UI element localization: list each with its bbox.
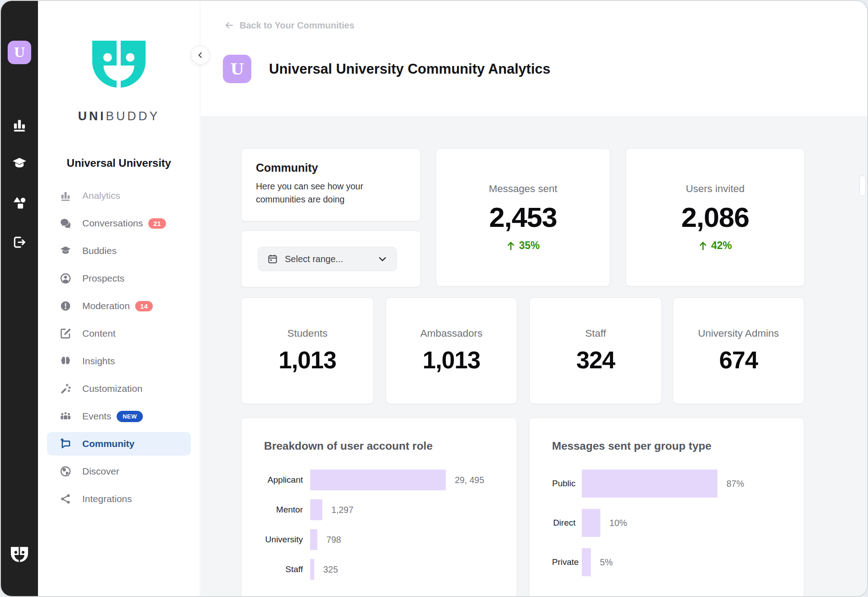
date-range-card: Select range... [241, 230, 421, 287]
sidebar-nav: Analytics Conversations 21 Buddies Prosp… [47, 184, 191, 515]
staff-count-card: Staff 324 [529, 297, 662, 404]
chart-category: Direct [552, 518, 582, 528]
shapes-icon[interactable] [12, 195, 27, 211]
back-link-label: Back to Your Communities [240, 20, 354, 31]
sidebar-item-label: Discover [82, 466, 119, 477]
chart-row: Direct 10% [552, 509, 781, 537]
sidebar-item-events[interactable]: Events NEW [47, 404, 191, 428]
university-admins-count-card: University Admins 674 [673, 297, 804, 404]
kpi-change-value: 35% [519, 240, 540, 252]
ambassadors-count-card: Ambassadors 1,013 [386, 297, 517, 404]
community-intro-card: Community Here you can see how your comm… [241, 148, 421, 221]
chart-rows: Applicant 29, 495 Mentor 1,297 Universit… [264, 470, 494, 580]
brand-wordmark-bold: UNI [78, 109, 106, 123]
unibuddy-logo-small [11, 547, 28, 562]
sidebar-item-label: Conversations [82, 218, 143, 229]
kpi-label: Messages sent [489, 183, 557, 195]
conversations-icon [60, 217, 71, 229]
sidebar-item-label: Analytics [82, 190, 120, 201]
workspace-rail: U [1, 1, 38, 596]
people-group-icon [60, 410, 71, 422]
bar-staff [310, 559, 314, 580]
sidebar-item-label: Community [82, 438, 135, 449]
chart-value: 5% [600, 557, 613, 568]
count-label: Ambassadors [420, 328, 483, 339]
sidebar-item-content[interactable]: Content [47, 322, 191, 345]
sidebar-item-integrations[interactable]: Integrations [47, 487, 191, 511]
count-value: 1,013 [278, 346, 336, 374]
events-new-badge: NEW [117, 411, 143, 422]
count-label: Students [288, 328, 328, 339]
chart-row: Private 5% [552, 548, 781, 576]
date-range-value: Select range... [285, 254, 343, 264]
rail-org-avatar[interactable]: U [8, 41, 31, 64]
bar-public [582, 470, 717, 498]
messages-per-group-type-chart: Messages sent per group type Public 87% … [529, 418, 804, 597]
chart-row: Staff 325 [264, 559, 494, 580]
sidebar-item-conversations[interactable]: Conversations 21 [47, 212, 191, 235]
sidebar-item-label: Customization [82, 383, 142, 394]
count-value: 674 [719, 346, 758, 374]
chat-plus-icon [60, 438, 71, 450]
brand-wordmark: UNIBUDDY [38, 109, 200, 123]
sidebar-collapse-button[interactable] [191, 46, 210, 65]
kpi-value: 2,453 [489, 201, 557, 233]
chart-row: University 798 [264, 529, 494, 550]
chart-category: University [264, 535, 310, 545]
sidebar-item-moderation[interactable]: Moderation 14 [47, 294, 191, 318]
bar-university [310, 529, 317, 550]
back-to-communities-link[interactable]: Back to Your Communities [224, 20, 354, 31]
count-label: University Admins [698, 328, 779, 339]
moderation-count-badge: 14 [135, 301, 153, 311]
kpi-value: 2,086 [681, 201, 749, 233]
intro-title: Community [256, 161, 406, 174]
scrollbar-thumb[interactable] [859, 175, 866, 196]
chart-value: 87% [726, 479, 744, 489]
chart-category: Private [552, 557, 582, 567]
sidebar-item-discover[interactable]: Discover [47, 460, 191, 483]
user-account-role-chart: Breakdown of user account role Applicant… [241, 418, 517, 597]
analytics-icon [60, 190, 71, 202]
chart-rows: Public 87% Direct 10% Private 5% [552, 470, 781, 576]
sidebar-item-buddies[interactable]: Buddies [47, 239, 191, 263]
brand-wordmark-light: BUDDY [106, 109, 160, 123]
conversations-count-badge: 21 [148, 218, 166, 229]
chart-value: 10% [609, 518, 627, 528]
users-invited-card: Users invited 2,086 42% [626, 148, 805, 287]
sidebar-item-label: Events [82, 411, 111, 422]
kpi-change-value: 42% [711, 240, 732, 252]
chart-category: Applicant [264, 475, 310, 485]
sidebar-item-prospects[interactable]: Prospects [47, 267, 191, 290]
sidebar-item-insights[interactable]: Insights [47, 349, 191, 373]
main-header: Back to Your Communities U Universal Uni… [201, 1, 867, 117]
sidebar-item-label: Prospects [82, 273, 124, 284]
magic-wand-icon [60, 383, 71, 395]
messages-sent-card: Messages sent 2,453 35% [436, 148, 610, 287]
unibuddy-logo [92, 41, 146, 89]
chart-value: 1,297 [331, 505, 354, 515]
bar-private [582, 548, 591, 576]
arrow-up-icon [506, 241, 515, 251]
date-range-picker[interactable]: Select range... [258, 247, 397, 271]
sidebar-item-label: Moderation [82, 301, 130, 311]
app-window: U [0, 0, 868, 597]
sidebar-item-community[interactable]: Community [47, 432, 191, 456]
community-avatar: U [223, 55, 251, 83]
kpi-change: 35% [506, 240, 540, 252]
chart-title: Breakdown of user account role [264, 440, 494, 452]
buddies-icon[interactable] [12, 156, 27, 171]
bar-direct [582, 509, 600, 537]
bar-mentor [310, 499, 322, 520]
sidebar-item-label: Integrations [82, 494, 132, 504]
arrow-left-icon [224, 20, 235, 31]
integrations-icon [60, 493, 71, 505]
chart-title: Messages sent per group type [552, 440, 781, 452]
logout-icon[interactable] [12, 235, 27, 250]
students-count-card: Students 1,013 [241, 297, 374, 404]
graduation-cap-icon [60, 245, 71, 257]
chart-value: 798 [326, 535, 341, 545]
sidebar-item-analytics[interactable]: Analytics [47, 184, 191, 207]
sidebar-item-customization[interactable]: Customization [47, 377, 191, 400]
org-name: Universal University [38, 157, 200, 169]
analytics-icon[interactable] [12, 117, 27, 132]
